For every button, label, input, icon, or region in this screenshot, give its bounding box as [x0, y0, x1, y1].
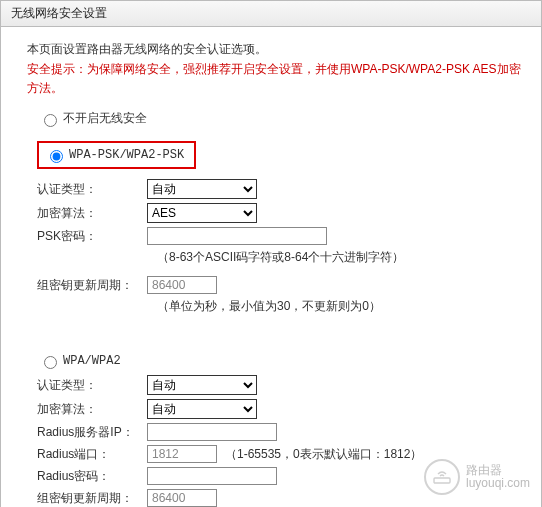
input-wpapsk-psk[interactable]	[147, 227, 327, 245]
input-wpa-rekey[interactable]	[147, 489, 217, 507]
input-wpa-radius-port[interactable]	[147, 445, 217, 463]
label-wpapsk-auth-type: 认证类型：	[27, 181, 147, 198]
radio-row-wpapsk-highlight: WPA-PSK/WPA2-PSK	[37, 141, 196, 169]
radio-row-disable: 不开启无线安全	[39, 110, 523, 127]
panel-body: 本页面设置路由器无线网络的安全认证选项。 安全提示：为保障网络安全，强烈推荐开启…	[1, 27, 541, 507]
radio-wpa-label: WPA/WPA2	[63, 354, 121, 368]
row-wpapsk-rekey: 组密钥更新周期：	[27, 276, 523, 294]
input-wpa-radius-ip[interactable]	[147, 423, 277, 441]
intro-text: 本页面设置路由器无线网络的安全认证选项。	[27, 41, 523, 58]
radio-wpa[interactable]	[44, 356, 57, 369]
row-wpapsk-auth-type: 认证类型： 自动	[27, 179, 523, 199]
row-wpa-radius-port: Radius端口： （1-65535，0表示默认端口：1812）	[27, 445, 523, 463]
select-wpa-encryption[interactable]: 自动	[147, 399, 257, 419]
security-settings-panel: 无线网络安全设置 本页面设置路由器无线网络的安全认证选项。 安全提示：为保障网络…	[0, 0, 542, 507]
row-wpa-radius-pwd: Radius密码：	[27, 467, 523, 485]
radio-wpapsk-label: WPA-PSK/WPA2-PSK	[69, 148, 184, 162]
label-wpa-encryption: 加密算法：	[27, 401, 147, 418]
radio-wpapsk[interactable]	[50, 150, 63, 163]
hint-wpapsk-rekey: （单位为秒，最小值为30，不更新则为0）	[157, 298, 523, 315]
radio-row-wpa: WPA/WPA2	[39, 353, 523, 369]
input-wpa-radius-pwd[interactable]	[147, 467, 277, 485]
row-wpapsk-psk: PSK密码：	[27, 227, 523, 245]
label-wpa-radius-ip: Radius服务器IP：	[27, 424, 147, 441]
row-wpa-radius-ip: Radius服务器IP：	[27, 423, 523, 441]
label-wpa-rekey: 组密钥更新周期：	[27, 490, 147, 507]
select-wpapsk-encryption[interactable]: AES	[147, 203, 257, 223]
hint-wpa-radius-port: （1-65535，0表示默认端口：1812）	[225, 446, 422, 463]
row-wpa-encryption: 加密算法： 自动	[27, 399, 523, 419]
select-wpapsk-auth-type[interactable]: 自动	[147, 179, 257, 199]
input-wpapsk-rekey[interactable]	[147, 276, 217, 294]
label-wpa-radius-port: Radius端口：	[27, 446, 147, 463]
label-wpapsk-psk: PSK密码：	[27, 228, 147, 245]
panel-title: 无线网络安全设置	[1, 1, 541, 27]
label-wpa-radius-pwd: Radius密码：	[27, 468, 147, 485]
row-wpa-rekey: 组密钥更新周期：	[27, 489, 523, 507]
label-wpa-auth-type: 认证类型：	[27, 377, 147, 394]
radio-disable-label: 不开启无线安全	[63, 110, 147, 127]
row-wpapsk-encryption: 加密算法： AES	[27, 203, 523, 223]
select-wpa-auth-type[interactable]: 自动	[147, 375, 257, 395]
hint-wpapsk-psk: （8-63个ASCII码字符或8-64个十六进制字符）	[157, 249, 523, 266]
label-wpapsk-rekey: 组密钥更新周期：	[27, 277, 147, 294]
row-wpa-auth-type: 认证类型： 自动	[27, 375, 523, 395]
radio-disable-security[interactable]	[44, 114, 57, 127]
label-wpapsk-encryption: 加密算法：	[27, 205, 147, 222]
security-warning-text: 安全提示：为保障网络安全，强烈推荐开启安全设置，并使用WPA-PSK/WPA2-…	[27, 60, 523, 98]
